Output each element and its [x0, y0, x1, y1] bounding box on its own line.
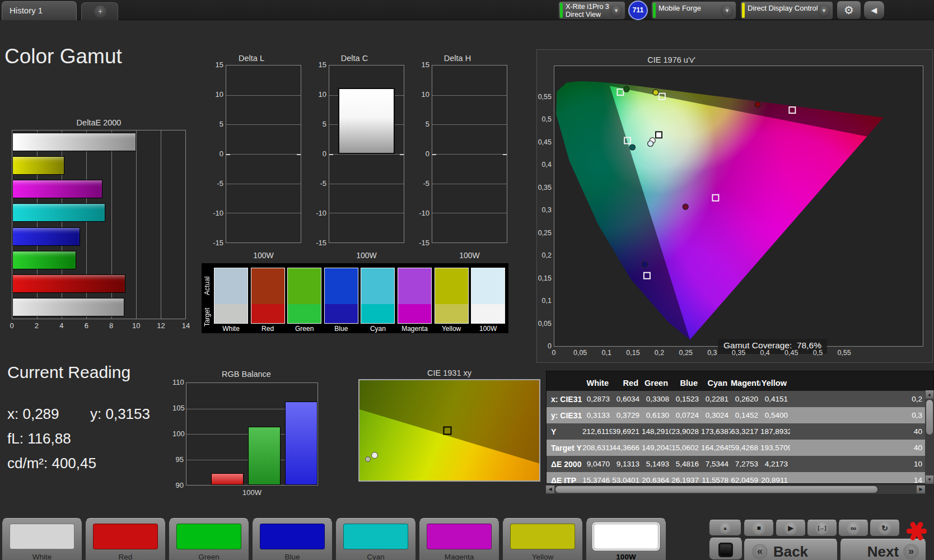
pattern-button-White[interactable]: White: [2, 518, 82, 560]
scroll-down-button[interactable]: ▼: [926, 475, 933, 484]
y-tick-label: 15: [306, 60, 326, 69]
pattern-button-label: White: [2, 553, 82, 560]
pattern-button-Red[interactable]: Red: [85, 518, 166, 560]
delta_l-plot: [226, 65, 301, 243]
bar-Blue: [285, 402, 317, 485]
refresh-button[interactable]: ↻: [870, 520, 900, 536]
results-table[interactable]: WhiteRedGreenBlueCyanMagentaYellow100Wx:…: [546, 371, 934, 484]
chevron-down-icon[interactable]: ▼: [721, 4, 734, 17]
y-tick-label: -15: [306, 239, 326, 247]
table-horizontal-scrollbar[interactable]: ◀ ▶: [546, 485, 925, 494]
chevron-down-icon[interactable]: ▼: [818, 4, 830, 17]
chart-title: DeltaE 2000: [12, 118, 186, 127]
pattern-button-label: Yellow: [503, 553, 582, 560]
continuous-button[interactable]: ∞: [838, 520, 868, 536]
table-row[interactable]: x: CIE310,28730,60340,33080,15230,22810,…: [547, 391, 933, 407]
target-color: [325, 304, 358, 323]
row-label: ΔE ITP: [547, 476, 582, 484]
meter-name: X-Rite i1Pro 3: [566, 3, 609, 11]
cie1976-x-tick: 0,2: [655, 349, 664, 357]
pattern-color-patch: [510, 524, 575, 549]
table-row[interactable]: ΔE 20009,04709,13135,14935,48167,53447,2…: [547, 456, 933, 472]
collapse-panel-button[interactable]: ◀: [863, 1, 885, 20]
cie1976-plot: Gamut Coverage: 78,6%: [554, 66, 923, 347]
cell: 53,0401: [612, 476, 642, 484]
cie1976-y-tick: 0,15: [537, 274, 552, 282]
actual-color: [288, 268, 321, 304]
scroll-thumb[interactable]: [926, 400, 933, 435]
table-row[interactable]: ΔE ITP15,374653,040120,636426,193711,557…: [547, 472, 933, 484]
cell: 59,4268: [731, 444, 760, 452]
blackout-button[interactable]: [709, 538, 742, 560]
y-tick-label: 10: [409, 90, 429, 99]
swatch-column-Magenta: Magenta: [398, 268, 432, 333]
pattern-button-Blue[interactable]: Blue: [252, 518, 333, 560]
infinity-icon: ∞: [847, 522, 860, 535]
scroll-right-button[interactable]: ▶: [917, 486, 925, 493]
x-tick-label: 14: [182, 321, 190, 330]
cell: 63,3217: [731, 427, 760, 436]
meter-count-badge[interactable]: 711: [628, 1, 648, 20]
deltae2000-plot: [12, 130, 186, 319]
cell: 7,5344: [701, 460, 731, 468]
source-dropdown[interactable]: Mobile Forge ▼: [651, 1, 736, 20]
table-row[interactable]: Y212,611939,6921148,291023,9028173,63876…: [547, 423, 933, 440]
cie1976-x-tick: 0,25: [679, 349, 693, 357]
bar-Red: [211, 473, 244, 485]
actual-color: [471, 268, 505, 304]
table-vertical-scrollbar[interactable]: ▲ ▼: [925, 390, 934, 484]
meter-dropdown[interactable]: X-Rite i1Pro 3 Direct View ▼: [558, 1, 625, 20]
cie1976-y-tick: 0,35: [537, 184, 552, 192]
scroll-left-button[interactable]: ◀: [546, 486, 554, 493]
x-tick-label: 12: [157, 321, 165, 330]
table-row[interactable]: y: CIE310,31330,37290,61300,07240,30240,…: [547, 407, 933, 423]
pattern-button-label: Blue: [253, 553, 332, 560]
play-button[interactable]: ▶: [776, 520, 806, 536]
pattern-button-Yellow[interactable]: Yellow: [502, 518, 583, 560]
scroll-up-button[interactable]: ▲: [926, 390, 933, 399]
cell: 0,2620: [731, 395, 760, 403]
swatch-column-Yellow: Yellow: [435, 268, 469, 333]
scroll-thumb[interactable]: [555, 486, 877, 493]
swatch-Red: [251, 268, 285, 324]
source-status-indicator: [653, 3, 656, 18]
delta-l-chart: Delta L 151050-5-10-15100W: [200, 54, 303, 262]
chevron-down-icon[interactable]: ▼: [610, 4, 623, 17]
swatch-Blue: [324, 268, 358, 324]
y-tick-label: 15: [409, 60, 429, 69]
cell: 15,0602: [671, 444, 701, 452]
pattern-window-up-button[interactable]: ▲: [709, 520, 741, 536]
page-title: Color Gamut: [4, 45, 122, 68]
swatch-label: Red: [251, 325, 285, 333]
cell: 15,3746: [582, 476, 612, 484]
pattern-button-label: Cyan: [336, 553, 415, 560]
pattern-button-label: 100W: [586, 553, 666, 560]
workflow-dropdown[interactable]: Direct Display Control ▼: [740, 1, 833, 20]
table-header-row: WhiteRedGreenBlueCyanMagentaYellow100W: [547, 371, 933, 391]
pattern-button-Cyan[interactable]: Cyan: [335, 518, 416, 560]
settings-button[interactable]: ⚙: [837, 1, 861, 20]
gridline: [226, 213, 301, 213]
y-tick-label: -15: [409, 239, 429, 247]
bar-Green: [12, 251, 76, 269]
interval-button[interactable]: [↔]: [807, 520, 837, 536]
actual-marker-Blue: [642, 262, 647, 267]
stop-button[interactable]: ■: [744, 520, 774, 536]
add-tab-button[interactable]: +: [81, 2, 118, 20]
play-icon: ▶: [784, 522, 797, 535]
bars: [12, 130, 185, 319]
pattern-button-100W[interactable]: 100W: [586, 518, 666, 560]
gridline: [329, 213, 404, 213]
delta_h-x-label: 100W: [432, 251, 507, 260]
y-tick-label: -5: [203, 179, 223, 188]
col-header-Yellow: Yellow: [760, 379, 790, 388]
cie1976-x-tick: 0,45: [784, 349, 798, 357]
pattern-button-Magenta[interactable]: Magenta: [419, 518, 499, 560]
back-button[interactable]: « Back: [744, 539, 838, 560]
delta_c-x-label: 100W: [329, 251, 404, 260]
cie1976-y-tick: 0,25: [537, 229, 552, 237]
tab-history-1[interactable]: History 1: [2, 1, 77, 20]
pattern-button-Green[interactable]: Green: [169, 518, 249, 560]
target-color: [288, 304, 321, 323]
table-row[interactable]: Target Y208,631144,3666149,204315,060216…: [547, 440, 933, 456]
